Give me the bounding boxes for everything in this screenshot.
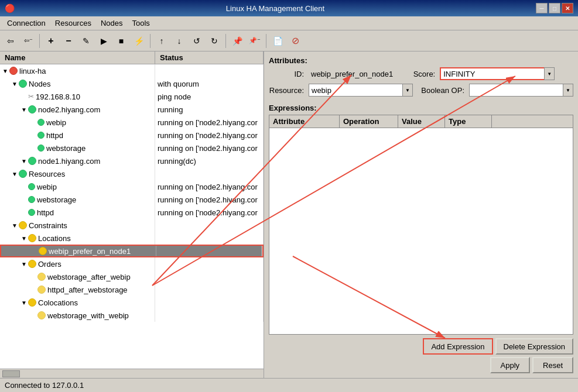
tree-cell-status	[155, 270, 264, 283]
expand-arrow[interactable]: ▼	[21, 158, 28, 164]
tree-cell-name: ▼ Locations	[0, 232, 155, 245]
list-item[interactable]: webstorage running on ['node2.hiyang.cor	[0, 142, 264, 154]
expand-arrow[interactable]: ▼	[12, 222, 19, 229]
toolbar-pin[interactable]: 📌	[229, 33, 245, 49]
node-label: webstorage	[37, 195, 76, 204]
toolbar-doc[interactable]: 📄	[269, 33, 286, 49]
expand-arrow[interactable]: ▼	[21, 235, 28, 242]
tree-cell-name: webip	[0, 116, 155, 129]
toolbar-refresh[interactable]: ↺	[189, 33, 205, 49]
resource-input[interactable]	[309, 84, 413, 97]
list-item[interactable]: httpd running on ['node2.hiyang.cor	[0, 129, 264, 142]
list-item[interactable]: ▼ Orders	[0, 257, 264, 270]
list-item[interactable]: ✂ 192.168.8.10 ping node	[0, 90, 264, 103]
id-row: ID: webip_prefer_on_node1 Score: ▼	[269, 67, 573, 80]
toolbar-play[interactable]: ▶	[95, 33, 112, 49]
score-input[interactable]	[440, 67, 555, 80]
toolbar-edit[interactable]: ✎	[78, 33, 94, 49]
list-item[interactable]: httpd_after_webstorage	[0, 283, 264, 296]
resource-icon	[28, 196, 35, 203]
expand-arrow[interactable]: ▼	[12, 171, 19, 177]
toolbar-migrate[interactable]: ⚡	[131, 33, 147, 49]
menu-connection[interactable]: Connection	[2, 16, 50, 30]
list-item[interactable]: webstorage_with_webip	[0, 309, 264, 322]
list-item[interactable]: ▼ Colocations	[0, 296, 264, 309]
toolbar-back[interactable]: ⇦	[2, 33, 19, 49]
list-item[interactable]: ▼ Locations	[0, 232, 264, 245]
node-icon	[19, 80, 27, 88]
boolean-op-input[interactable]	[469, 84, 573, 97]
scrollbar-thumb[interactable]	[2, 370, 20, 377]
list-item[interactable]: webstorage_after_webip	[0, 270, 264, 283]
close-button[interactable]: ✕	[562, 3, 573, 13]
window-controls: ─ □ ✕	[536, 3, 573, 13]
toolbar-down[interactable]: ↓	[171, 33, 187, 49]
tree-cell-name: ▼ node1.hiyang.com	[0, 154, 155, 167]
location-icon	[28, 234, 36, 242]
toolbar-unpin[interactable]: 📌⁻	[247, 33, 263, 49]
menu-resources[interactable]: Resources	[50, 16, 96, 30]
resource-dropdown-button[interactable]: ▼	[402, 84, 413, 97]
resource-icon	[37, 132, 45, 139]
menu-nodes[interactable]: Nodes	[96, 16, 128, 30]
status-text: Connected to 127.0.0.1	[5, 381, 84, 390]
expand-arrow[interactable]: ▼	[21, 261, 28, 267]
delete-expression-button[interactable]: Delete Expression	[495, 338, 574, 355]
toolbar-stop[interactable]: ■	[113, 33, 129, 49]
statusbar: Connected to 127.0.0.1	[0, 378, 578, 392]
list-item[interactable]: ▼ Constraints	[0, 219, 264, 232]
add-expression-button[interactable]: Add Expression	[423, 338, 493, 355]
toolbar-up[interactable]: ↑	[153, 33, 170, 49]
toolbar-add[interactable]: +	[43, 33, 59, 49]
list-item[interactable]: httpd running on ['node2.hiyang.cor	[0, 206, 264, 219]
resource-icon	[37, 119, 45, 126]
tree-cell-name: httpd	[0, 206, 155, 219]
toolbar-back2[interactable]: ⇦⁻	[20, 33, 36, 49]
left-panel: Name Status ▼ linux-ha	[0, 51, 264, 378]
tree-cell-name: webstorage_with_webip	[0, 309, 155, 322]
list-item[interactable]: webip_prefer_on_node1	[0, 245, 264, 257]
apply-button[interactable]: Apply	[490, 357, 531, 373]
toolbar-stop2[interactable]: ⊘	[287, 33, 303, 49]
node-icon	[19, 170, 27, 178]
list-item[interactable]: ▼ node2.hiyang.com running	[0, 103, 264, 116]
expand-arrow[interactable]: ▼	[21, 106, 28, 113]
resource-row: Resource: ▼ Boolean OP: ▼	[269, 84, 573, 97]
tree-cell-name: webip_prefer_on_node1	[1, 246, 156, 256]
expand-arrow[interactable]: ▼	[2, 68, 9, 74]
list-item[interactable]: webip running on ['node2.hiyang.cor	[0, 116, 264, 129]
tree-cell-status: running on ['node2.hiyang.cor	[155, 142, 264, 154]
boolean-op-dropdown-button[interactable]: ▼	[563, 84, 573, 97]
tree-cell-name: ▼ Orders	[0, 257, 155, 270]
expand-arrow[interactable]: ▼	[12, 81, 19, 87]
node-label: Locations	[38, 234, 71, 243]
node-label: httpd_after_webstorage	[47, 286, 128, 294]
toolbar-remove[interactable]: −	[60, 33, 77, 49]
id-value: webip_prefer_on_node1	[309, 68, 395, 80]
name-column-header: Name	[0, 51, 155, 64]
list-item[interactable]: ▼ node1.hiyang.com running(dc)	[0, 154, 264, 167]
node-label: node1.hiyang.com	[38, 157, 100, 166]
horizontal-scrollbar[interactable]	[0, 369, 264, 378]
tree-cell-name: webstorage	[0, 142, 155, 154]
node-label: linux-ha	[19, 67, 46, 75]
maximize-button[interactable]: □	[549, 3, 560, 13]
list-item[interactable]: ▼ Resources	[0, 167, 264, 180]
apply-reset-buttons: Apply Reset	[269, 357, 573, 373]
menu-tools[interactable]: Tools	[128, 16, 155, 30]
node-label: Orders	[38, 260, 61, 269]
expand-arrow[interactable]: ▼	[21, 300, 28, 306]
list-item[interactable]: webstorage running on ['node2.hiyang.cor	[0, 193, 264, 206]
score-dropdown-button[interactable]: ▼	[544, 67, 555, 80]
list-item[interactable]: webip running on ['node2.hiyang.cor	[0, 180, 264, 193]
expressions-table: Attribute Operation Value Type	[269, 115, 573, 335]
tool-icon: ✂	[28, 92, 34, 101]
minimize-button[interactable]: ─	[536, 3, 548, 13]
reset-button[interactable]: Reset	[532, 357, 573, 373]
colocation-item-icon	[37, 311, 46, 319]
tree-cell-name: ▼ Resources	[0, 167, 155, 180]
tree-body: ▼ linux-ha ▼ Nodes with quorum	[0, 64, 264, 369]
toolbar-reload[interactable]: ↻	[206, 33, 223, 49]
list-item[interactable]: ▼ Nodes with quorum	[0, 77, 264, 90]
list-item[interactable]: ▼ linux-ha	[0, 64, 264, 77]
